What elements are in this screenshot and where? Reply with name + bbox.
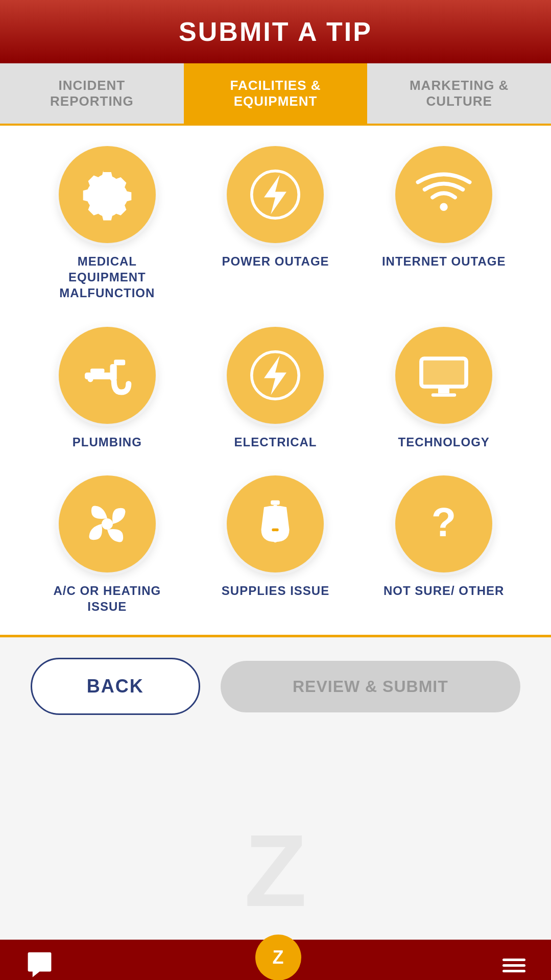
svg-rect-12: [438, 388, 449, 393]
logo-circle: Z: [255, 935, 301, 980]
plumbing-label: PLUMBING: [73, 434, 142, 450]
category-internet-outage[interactable]: INTERNET OUTAGE: [367, 146, 520, 301]
category-plumbing[interactable]: PLUMBING: [31, 327, 184, 450]
back-button[interactable]: BACK: [31, 658, 200, 715]
footer: Z StreetlightHEALTHCARE: [0, 940, 551, 980]
category-medical-equipment[interactable]: MEDICALEQUIPMENTMALFUNCTION: [31, 146, 184, 301]
svg-rect-5: [114, 360, 125, 365]
fan-icon: [79, 496, 135, 552]
technology-label: TECHNOLOGY: [398, 434, 489, 450]
tab-marketing-culture[interactable]: MARKETING &CULTURE: [367, 63, 551, 124]
electrical-icon-circle: [227, 327, 324, 424]
hamburger-menu[interactable]: [502, 959, 525, 972]
lightning-power-icon: [247, 166, 303, 223]
power-outage-label: POWER OUTAGE: [222, 253, 329, 269]
plumbing-icon-circle: [59, 327, 156, 424]
internet-outage-label: INTERNET OUTAGE: [382, 253, 506, 269]
svg-point-14: [102, 518, 113, 530]
not-sure-icon-circle: ?: [395, 475, 492, 572]
internet-outage-icon-circle: [395, 146, 492, 243]
question-icon: ?: [416, 496, 472, 552]
medical-equipment-label: MEDICALEQUIPMENTMALFUNCTION: [59, 253, 155, 301]
electrical-label: ELECTRICAL: [234, 434, 317, 450]
supplies-icon-circle: [227, 475, 324, 572]
tab-bar: INCIDENTREPORTING FACILITIES &EQUIPMENT …: [0, 63, 551, 126]
power-outage-icon-circle: [227, 146, 324, 243]
action-bar: BACK REVIEW & SUBMIT: [0, 637, 551, 735]
svg-rect-11: [421, 358, 466, 387]
iv-bag-icon: [247, 496, 303, 552]
svg-rect-15: [271, 500, 280, 505]
lower-area: Z: [0, 735, 551, 940]
review-submit-button[interactable]: REVIEW & SUBMIT: [221, 661, 520, 712]
ac-heating-label: A/C OR HEATINGISSUE: [53, 583, 161, 614]
svg-rect-6: [90, 368, 105, 373]
category-not-sure[interactable]: ? NOT SURE/ OTHER: [367, 475, 520, 614]
category-technology[interactable]: TECHNOLOGY: [367, 327, 520, 450]
menu-line-2: [502, 964, 525, 967]
technology-icon-circle: [395, 327, 492, 424]
footer-logo: Z StreetlightHEALTHCARE: [255, 935, 301, 980]
category-ac-heating[interactable]: A/C OR HEATINGISSUE: [31, 475, 184, 614]
svg-rect-16: [274, 505, 277, 510]
medical-equipment-icon-circle: [59, 146, 156, 243]
monitor-icon: [416, 347, 472, 403]
main-content: MEDICALEQUIPMENTMALFUNCTION POWER OUTAGE: [0, 126, 551, 635]
not-sure-label: NOT SURE/ OTHER: [384, 583, 504, 599]
gear-icon: [79, 166, 135, 223]
menu-line-1: [502, 959, 525, 961]
lightning-electrical-icon: [247, 347, 303, 403]
svg-marker-1: [264, 175, 286, 214]
svg-rect-13: [432, 393, 456, 397]
wifi-icon: [416, 166, 472, 223]
page-title: SUBMIT A TIP: [179, 17, 372, 46]
logo-letter: Z: [273, 947, 284, 968]
svg-point-2: [440, 203, 447, 211]
header: SUBMIT A TIP: [0, 0, 551, 63]
menu-line-3: [502, 970, 525, 972]
faucet-icon: [79, 347, 135, 403]
svg-rect-17: [272, 529, 279, 532]
tab-incident-reporting[interactable]: INCIDENTREPORTING: [0, 63, 184, 124]
watermark: Z: [244, 812, 306, 929]
category-electrical[interactable]: ELECTRICAL: [199, 327, 352, 450]
category-grid: MEDICALEQUIPMENTMALFUNCTION POWER OUTAGE: [31, 146, 520, 614]
category-power-outage[interactable]: POWER OUTAGE: [199, 146, 352, 301]
supplies-label: SUPPLIES ISSUE: [222, 583, 329, 599]
chat-icon[interactable]: [26, 951, 54, 979]
category-supplies[interactable]: SUPPLIES ISSUE: [199, 475, 352, 614]
svg-text:?: ?: [432, 499, 456, 545]
svg-marker-9: [264, 355, 286, 395]
svg-rect-18: [274, 531, 277, 542]
ac-heating-icon-circle: [59, 475, 156, 572]
tab-facilities-equipment[interactable]: FACILITIES &EQUIPMENT: [184, 63, 368, 124]
svg-point-7: [87, 376, 93, 382]
